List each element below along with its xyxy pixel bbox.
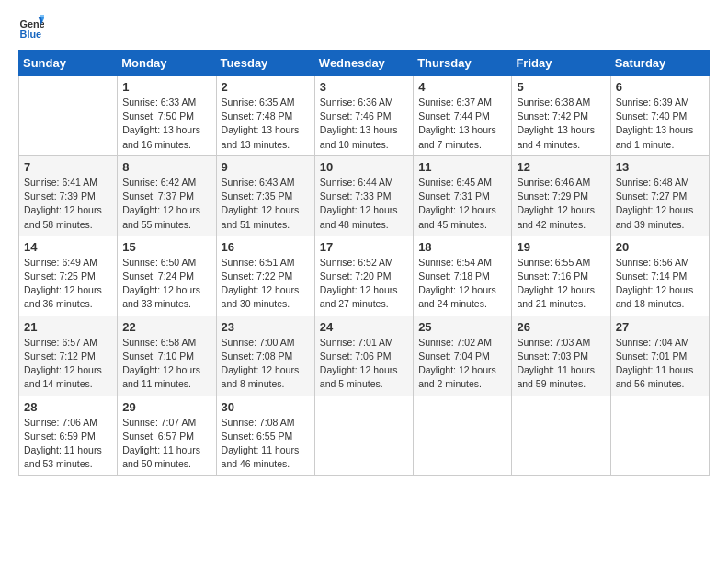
day-number: 17 xyxy=(320,240,408,254)
day-cell: 29Sunrise: 7:07 AMSunset: 6:57 PMDayligh… xyxy=(118,396,216,476)
day-cell: 27Sunrise: 7:04 AMSunset: 7:01 PMDayligh… xyxy=(610,316,709,396)
day-number: 29 xyxy=(122,400,210,414)
header: General Blue xyxy=(18,15,710,40)
day-info: Sunrise: 7:02 AMSunset: 7:04 PMDaylight:… xyxy=(418,336,506,392)
day-info: Sunrise: 7:00 AMSunset: 7:08 PMDaylight:… xyxy=(222,336,310,392)
day-number: 25 xyxy=(418,320,506,334)
day-cell: 15Sunrise: 6:50 AMSunset: 7:24 PMDayligh… xyxy=(118,236,216,316)
day-number: 8 xyxy=(122,160,210,174)
day-cell: 1Sunrise: 6:33 AMSunset: 7:50 PMDaylight… xyxy=(118,76,216,156)
day-info: Sunrise: 7:01 AMSunset: 7:06 PMDaylight:… xyxy=(320,336,408,392)
day-cell: 18Sunrise: 6:54 AMSunset: 7:18 PMDayligh… xyxy=(414,236,512,316)
day-info: Sunrise: 6:44 AMSunset: 7:33 PMDaylight:… xyxy=(320,176,408,232)
day-info: Sunrise: 6:35 AMSunset: 7:48 PMDaylight:… xyxy=(222,96,310,152)
day-number: 12 xyxy=(517,160,605,174)
day-number: 2 xyxy=(222,80,310,94)
svg-text:Blue: Blue xyxy=(20,29,42,40)
day-cell: 6Sunrise: 6:39 AMSunset: 7:40 PMDaylight… xyxy=(610,76,709,156)
header-cell-friday: Friday xyxy=(512,51,610,76)
day-cell: 4Sunrise: 6:37 AMSunset: 7:44 PMDaylight… xyxy=(414,76,512,156)
day-number: 14 xyxy=(24,240,112,254)
day-cell: 9Sunrise: 6:43 AMSunset: 7:35 PMDaylight… xyxy=(216,155,314,236)
day-cell: 7Sunrise: 6:41 AMSunset: 7:39 PMDaylight… xyxy=(19,155,118,236)
day-number: 9 xyxy=(222,160,310,174)
day-cell xyxy=(610,396,709,476)
day-info: Sunrise: 7:03 AMSunset: 7:03 PMDaylight:… xyxy=(517,336,605,392)
day-cell xyxy=(512,396,610,476)
day-cell: 8Sunrise: 6:42 AMSunset: 7:37 PMDaylight… xyxy=(118,155,216,236)
day-cell: 28Sunrise: 7:06 AMSunset: 6:59 PMDayligh… xyxy=(19,396,118,476)
day-info: Sunrise: 6:41 AMSunset: 7:39 PMDaylight:… xyxy=(24,176,112,232)
day-number: 22 xyxy=(122,320,210,334)
day-info: Sunrise: 6:37 AMSunset: 7:44 PMDaylight:… xyxy=(418,96,506,152)
day-cell: 10Sunrise: 6:44 AMSunset: 7:33 PMDayligh… xyxy=(314,155,413,236)
day-cell: 2Sunrise: 6:35 AMSunset: 7:48 PMDaylight… xyxy=(216,76,314,156)
day-cell xyxy=(414,396,512,476)
day-number: 4 xyxy=(418,80,506,94)
calendar-table: SundayMondayTuesdayWednesdayThursdayFrid… xyxy=(18,50,710,476)
day-cell: 21Sunrise: 6:57 AMSunset: 7:12 PMDayligh… xyxy=(19,316,118,396)
day-info: Sunrise: 7:07 AMSunset: 6:57 PMDaylight:… xyxy=(122,416,210,472)
day-cell: 20Sunrise: 6:56 AMSunset: 7:14 PMDayligh… xyxy=(610,236,709,316)
day-number: 24 xyxy=(320,320,408,334)
day-info: Sunrise: 6:45 AMSunset: 7:31 PMDaylight:… xyxy=(418,176,506,232)
day-cell: 5Sunrise: 6:38 AMSunset: 7:42 PMDaylight… xyxy=(512,76,610,156)
day-info: Sunrise: 7:04 AMSunset: 7:01 PMDaylight:… xyxy=(616,336,704,392)
day-cell: 22Sunrise: 6:58 AMSunset: 7:10 PMDayligh… xyxy=(118,316,216,396)
day-number: 26 xyxy=(517,320,605,334)
day-cell: 24Sunrise: 7:01 AMSunset: 7:06 PMDayligh… xyxy=(314,316,413,396)
day-cell: 3Sunrise: 6:36 AMSunset: 7:46 PMDaylight… xyxy=(314,76,413,156)
logo: General Blue xyxy=(18,15,48,40)
week-row-2: 7Sunrise: 6:41 AMSunset: 7:39 PMDaylight… xyxy=(19,155,710,236)
day-number: 30 xyxy=(222,400,310,414)
day-number: 3 xyxy=(320,80,408,94)
day-number: 28 xyxy=(24,400,112,414)
day-number: 5 xyxy=(517,80,605,94)
day-cell: 13Sunrise: 6:48 AMSunset: 7:27 PMDayligh… xyxy=(610,155,709,236)
day-info: Sunrise: 6:54 AMSunset: 7:18 PMDaylight:… xyxy=(418,256,506,312)
day-info: Sunrise: 6:42 AMSunset: 7:37 PMDaylight:… xyxy=(122,176,210,232)
header-cell-wednesday: Wednesday xyxy=(314,51,413,76)
day-cell: 14Sunrise: 6:49 AMSunset: 7:25 PMDayligh… xyxy=(19,236,118,316)
day-info: Sunrise: 6:33 AMSunset: 7:50 PMDaylight:… xyxy=(122,96,210,152)
day-cell xyxy=(19,76,118,156)
day-cell: 16Sunrise: 6:51 AMSunset: 7:22 PMDayligh… xyxy=(216,236,314,316)
day-info: Sunrise: 6:58 AMSunset: 7:10 PMDaylight:… xyxy=(122,336,210,392)
header-row: SundayMondayTuesdayWednesdayThursdayFrid… xyxy=(19,51,710,76)
week-row-3: 14Sunrise: 6:49 AMSunset: 7:25 PMDayligh… xyxy=(19,236,710,316)
day-info: Sunrise: 6:49 AMSunset: 7:25 PMDaylight:… xyxy=(24,256,112,312)
day-number: 21 xyxy=(24,320,112,334)
logo-icon: General Blue xyxy=(18,15,44,40)
header-cell-thursday: Thursday xyxy=(414,51,512,76)
calendar-header: SundayMondayTuesdayWednesdayThursdayFrid… xyxy=(19,51,710,76)
day-info: Sunrise: 6:56 AMSunset: 7:14 PMDaylight:… xyxy=(616,256,704,312)
day-number: 7 xyxy=(24,160,112,174)
calendar-body: 1Sunrise: 6:33 AMSunset: 7:50 PMDaylight… xyxy=(19,76,710,476)
day-info: Sunrise: 6:50 AMSunset: 7:24 PMDaylight:… xyxy=(122,256,210,312)
day-number: 11 xyxy=(418,160,506,174)
day-info: Sunrise: 6:38 AMSunset: 7:42 PMDaylight:… xyxy=(517,96,605,152)
day-info: Sunrise: 6:46 AMSunset: 7:29 PMDaylight:… xyxy=(517,176,605,232)
day-info: Sunrise: 6:55 AMSunset: 7:16 PMDaylight:… xyxy=(517,256,605,312)
week-row-1: 1Sunrise: 6:33 AMSunset: 7:50 PMDaylight… xyxy=(19,76,710,156)
day-cell xyxy=(314,396,413,476)
header-cell-saturday: Saturday xyxy=(610,51,709,76)
day-cell: 23Sunrise: 7:00 AMSunset: 7:08 PMDayligh… xyxy=(216,316,314,396)
day-cell: 11Sunrise: 6:45 AMSunset: 7:31 PMDayligh… xyxy=(414,155,512,236)
day-info: Sunrise: 6:43 AMSunset: 7:35 PMDaylight:… xyxy=(222,176,310,232)
header-cell-monday: Monday xyxy=(118,51,216,76)
day-info: Sunrise: 6:51 AMSunset: 7:22 PMDaylight:… xyxy=(222,256,310,312)
day-number: 6 xyxy=(616,80,704,94)
day-number: 18 xyxy=(418,240,506,254)
day-number: 15 xyxy=(122,240,210,254)
header-cell-sunday: Sunday xyxy=(19,51,118,76)
day-info: Sunrise: 6:48 AMSunset: 7:27 PMDaylight:… xyxy=(616,176,704,232)
day-cell: 26Sunrise: 7:03 AMSunset: 7:03 PMDayligh… xyxy=(512,316,610,396)
day-cell: 30Sunrise: 7:08 AMSunset: 6:55 PMDayligh… xyxy=(216,396,314,476)
day-info: Sunrise: 6:36 AMSunset: 7:46 PMDaylight:… xyxy=(320,96,408,152)
day-cell: 25Sunrise: 7:02 AMSunset: 7:04 PMDayligh… xyxy=(414,316,512,396)
day-number: 13 xyxy=(616,160,704,174)
header-cell-tuesday: Tuesday xyxy=(216,51,314,76)
day-info: Sunrise: 6:52 AMSunset: 7:20 PMDaylight:… xyxy=(320,256,408,312)
day-info: Sunrise: 7:08 AMSunset: 6:55 PMDaylight:… xyxy=(222,416,310,472)
